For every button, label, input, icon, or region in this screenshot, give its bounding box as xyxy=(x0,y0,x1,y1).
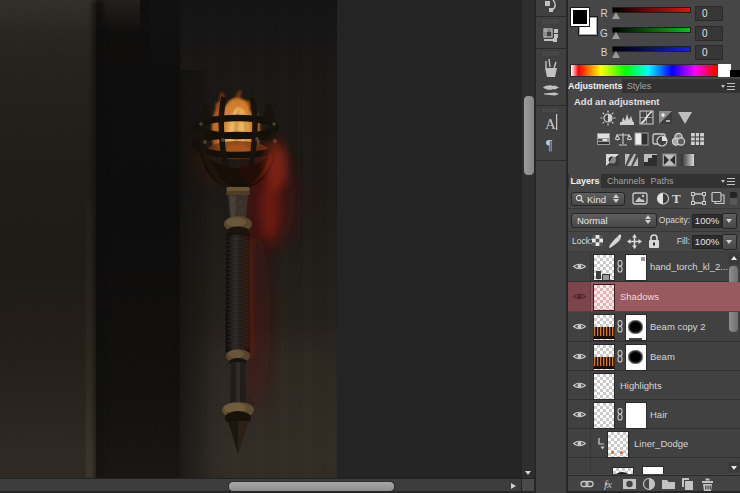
svg-text:A: A xyxy=(545,116,556,132)
svg-text:¶: ¶ xyxy=(546,138,553,153)
svg-text:T: T xyxy=(672,191,681,206)
